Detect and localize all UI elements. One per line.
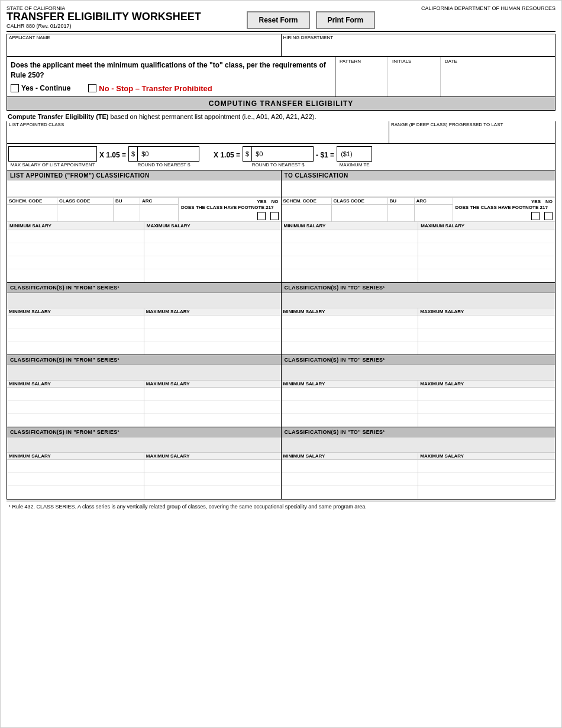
from-class-name-input[interactable] — [7, 181, 281, 197]
to-max-sal-4[interactable] — [418, 269, 555, 282]
applicant-name-input[interactable] — [7, 41, 281, 56]
from-s1-max-2[interactable] — [144, 328, 281, 341]
from-s3-min-2[interactable] — [7, 473, 144, 485]
to-s2-max-2[interactable] — [418, 401, 555, 413]
to-class-name-input[interactable] — [282, 181, 555, 197]
from-s2-min-3[interactable] — [7, 414, 144, 426]
to-s2-max-1[interactable] — [418, 388, 555, 400]
to-s2-min-2[interactable] — [282, 401, 418, 413]
from-min-sal-1[interactable] — [7, 230, 144, 243]
to-min-sal-2[interactable] — [282, 243, 418, 256]
to-arc-input[interactable] — [415, 205, 453, 221]
from-s3-max-2[interactable] — [144, 473, 281, 485]
initials-input[interactable] — [390, 65, 438, 95]
from-footnote-yes-checkbox[interactable] — [257, 212, 266, 220]
from-s1-max-1[interactable] — [144, 315, 281, 328]
from-series-3-name[interactable] — [7, 437, 281, 452]
to-bu-input[interactable] — [388, 205, 414, 221]
from-s2-max-1[interactable] — [144, 388, 281, 400]
to-s1-min-1[interactable] — [282, 315, 418, 328]
from-s2-min-2[interactable] — [7, 401, 144, 413]
to-s3-max-2[interactable] — [418, 473, 555, 485]
to-max-sal-1[interactable] — [418, 230, 555, 243]
from-schem-code-input[interactable] — [7, 205, 57, 221]
to-series-3-header: CLASSIFICATION(S) IN "TO" SERIES¹ — [282, 427, 555, 437]
to-s1-max-1[interactable] — [418, 315, 555, 328]
round1-value: $0 — [138, 150, 152, 157]
max-salary-input[interactable] — [9, 147, 96, 161]
to-s2-max-label: MAXIMUM SALARY — [418, 381, 555, 388]
to-footnote-no-checkbox[interactable] — [544, 212, 553, 220]
from-bu-input[interactable] — [114, 205, 140, 221]
from-min-sal-4[interactable] — [7, 269, 144, 282]
round2-value: $0 — [252, 150, 266, 157]
to-min-sal-4[interactable] — [282, 269, 418, 282]
to-s2-min-3[interactable] — [282, 414, 418, 426]
from-max-sal-2[interactable] — [144, 243, 281, 256]
from-no-header: NO — [272, 199, 279, 204]
to-s3-min-label: MINIMUM SALARY — [282, 453, 418, 460]
to-s3-min-1[interactable] — [282, 460, 418, 472]
to-series-1-name[interactable] — [282, 293, 555, 308]
to-class-code-input[interactable] — [332, 205, 387, 221]
x105-operator-1: X 1.05 = — [99, 151, 126, 167]
from-s1-max-3[interactable] — [144, 342, 281, 354]
from-s3-max-3[interactable] — [144, 486, 281, 498]
reset-form-button[interactable]: Reset Form — [247, 11, 309, 29]
from-min-sal-3[interactable] — [7, 256, 144, 269]
pattern-input[interactable] — [338, 65, 385, 95]
to-s1-max-2[interactable] — [418, 328, 555, 341]
hiring-dept-input[interactable] — [282, 41, 555, 56]
from-max-sal-4[interactable] — [144, 269, 281, 282]
to-s1-max-3[interactable] — [418, 342, 555, 354]
from-footnote-no-checkbox[interactable] — [270, 212, 279, 220]
from-min-sal-2[interactable] — [7, 243, 144, 256]
to-series-3-name[interactable] — [282, 437, 555, 452]
to-min-sal-1[interactable] — [282, 230, 418, 243]
to-max-sal-2[interactable] — [418, 243, 555, 256]
from-series-3-header: CLASSIFICATION(S) IN "FROM" SERIES¹ — [7, 427, 281, 437]
from-s3-max-1[interactable] — [144, 460, 281, 472]
from-s2-max-2[interactable] — [144, 401, 281, 413]
from-s3-min-1[interactable] — [7, 460, 144, 472]
from-s3-max-label: MAXIMUM SALARY — [144, 453, 281, 460]
no-checkbox[interactable] — [88, 84, 96, 92]
list-class-input[interactable] — [7, 128, 389, 143]
from-arc-input[interactable] — [140, 205, 178, 221]
to-min-sal-3[interactable] — [282, 256, 418, 269]
from-class-code-input[interactable] — [57, 205, 113, 221]
from-series-2-name[interactable] — [7, 365, 281, 380]
to-s3-min-3[interactable] — [282, 486, 418, 498]
to-s3-max-3[interactable] — [418, 486, 555, 498]
from-s1-max-label: MAXIMUM SALARY — [144, 308, 281, 315]
from-s2-max-3[interactable] — [144, 414, 281, 426]
to-series-2-name[interactable] — [282, 365, 555, 380]
to-max-sal-3[interactable] — [418, 256, 555, 269]
form-title: TRANSFER ELIGIBILITY WORKSHEET — [7, 11, 201, 23]
date-input[interactable] — [443, 65, 490, 95]
to-s3-max-1[interactable] — [418, 460, 555, 472]
to-footnote-yes-checkbox[interactable] — [531, 212, 540, 220]
to-s2-min-1[interactable] — [282, 388, 418, 400]
to-s1-min-3[interactable] — [282, 342, 418, 354]
print-form-button[interactable]: Print Form — [316, 11, 376, 29]
to-s2-max-3[interactable] — [418, 414, 555, 426]
max-salary-label: MAX SALARY OF LIST APPOINTMENT — [8, 162, 97, 167]
to-s3-min-2[interactable] — [282, 473, 418, 485]
max-te-value: ($1) — [341, 150, 353, 157]
from-s3-min-3[interactable] — [7, 486, 144, 498]
from-max-sal-3[interactable] — [144, 256, 281, 269]
range-input[interactable] — [389, 128, 555, 143]
from-max-sal-1[interactable] — [144, 230, 281, 243]
computing-header: COMPUTING TRANSFER ELIGIBILITY — [7, 97, 555, 111]
yes-checkbox[interactable] — [11, 84, 19, 92]
from-s1-min-2[interactable] — [7, 328, 144, 341]
from-s1-min-1[interactable] — [7, 315, 144, 328]
from-s2-min-1[interactable] — [7, 388, 144, 400]
from-series-1-name[interactable] — [7, 293, 281, 308]
from-s1-min-3[interactable] — [7, 342, 144, 354]
to-arc-label: ARC — [415, 198, 453, 205]
to-yes-header: YES — [531, 199, 541, 204]
to-s1-min-2[interactable] — [282, 328, 418, 341]
to-schem-code-input[interactable] — [282, 205, 331, 221]
